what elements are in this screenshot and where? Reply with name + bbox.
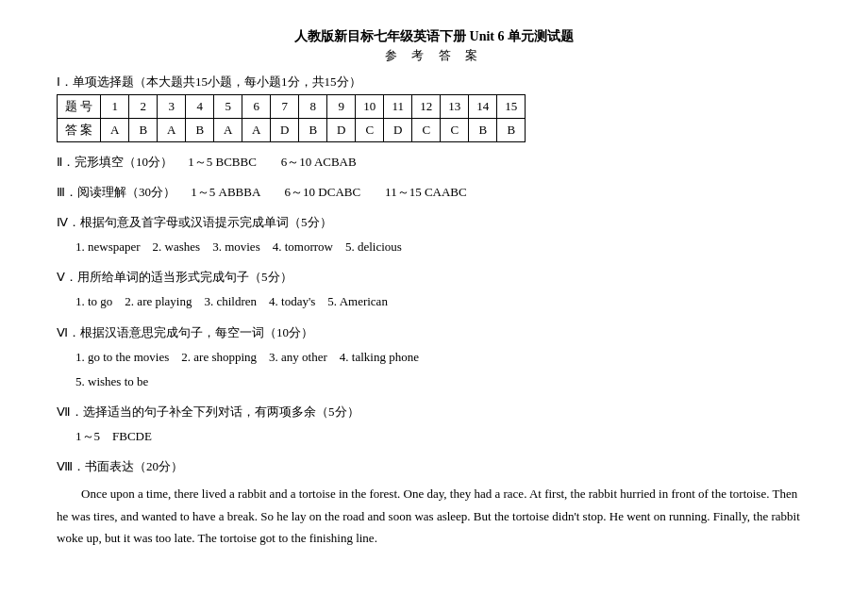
section-2-answers: 1～5 BCBBC 6～10 ACBAB xyxy=(188,155,356,169)
section-6-line-1: 1. go to the movies 2. are shopping 3. a… xyxy=(75,347,811,368)
table-cell: 8 xyxy=(299,95,327,119)
table-cell: 7 xyxy=(271,95,299,119)
section-5-title: Ⅴ．用所给单词的适当形式完成句子（5分） xyxy=(57,267,811,288)
section-6: Ⅵ．根据汉语意思完成句子，每空一词（10分） 1. go to the movi… xyxy=(57,322,811,392)
section-3-label: Ⅲ．阅读理解（30分） xyxy=(57,185,188,199)
table-cell: 题 号 xyxy=(58,95,101,119)
table-cell: 3 xyxy=(158,95,186,119)
section-2-content: Ⅱ．完形填空（10分） 1～5 BCBBC 6～10 ACBAB xyxy=(57,152,811,173)
section-1-title: Ⅰ．单项选择题（本大题共15小题，每小题1分，共15分） xyxy=(57,74,811,91)
section-3-answers: 1～5 ABBBA 6～10 DCABC 11～15 CAABC xyxy=(191,185,466,199)
section-8-title: Ⅷ．书面表达（20分） xyxy=(57,456,811,477)
section-4: Ⅳ．根据句意及首字母或汉语提示完成单词（5分） 1. newspaper 2. … xyxy=(57,212,811,257)
section-6-line-2: 5. wishes to be xyxy=(75,371,811,392)
table-cell: D xyxy=(271,119,299,142)
section-4-answers: 1. newspaper 2. washes 3. movies 4. tomo… xyxy=(75,237,811,257)
table-cell: B xyxy=(497,119,526,142)
title-area: 人教版新目标七年级英语下册 Unit 6 单元测试题 参 考 答 案 xyxy=(57,28,811,64)
table-answer-row: 答 案 A B A B A A D B D C D C C B B xyxy=(58,119,526,142)
table-cell: 11 xyxy=(384,95,412,119)
table-cell: B xyxy=(469,119,497,142)
table-header-row: 题 号 1 2 3 4 5 6 7 8 9 10 11 12 13 14 15 xyxy=(58,95,526,119)
section-4-title: Ⅳ．根据句意及首字母或汉语提示完成单词（5分） xyxy=(57,212,811,233)
page: 人教版新目标七年级英语下册 Unit 6 单元测试题 参 考 答 案 Ⅰ．单项选… xyxy=(0,0,868,594)
table-cell: 1 xyxy=(101,95,129,119)
section-2: Ⅱ．完形填空（10分） 1～5 BCBBC 6～10 ACBAB xyxy=(57,152,811,173)
section-7-answers: 1～5 FBCDE xyxy=(75,426,811,447)
table-cell: B xyxy=(186,119,214,142)
table-cell: D xyxy=(327,119,356,142)
table-cell: 答 案 xyxy=(58,119,101,142)
section-8: Ⅷ．书面表达（20分） Once upon a time, there live… xyxy=(57,456,811,549)
table-cell: 6 xyxy=(242,95,271,119)
section-3: Ⅲ．阅读理解（30分） 1～5 ABBBA 6～10 DCABC 11～15 C… xyxy=(57,182,811,203)
section-1: Ⅰ．单项选择题（本大题共15小题，每小题1分，共15分） 题 号 1 2 3 4… xyxy=(57,74,811,142)
table-cell: A xyxy=(242,119,271,142)
table-cell: D xyxy=(384,119,412,142)
table-cell: B xyxy=(129,119,158,142)
sub-title: 参 考 答 案 xyxy=(57,47,811,64)
table-cell: 14 xyxy=(469,95,497,119)
table-cell: 13 xyxy=(441,95,469,119)
table-cell: C xyxy=(412,119,441,142)
table-cell: 10 xyxy=(356,95,384,119)
section-6-title: Ⅵ．根据汉语意思完成句子，每空一词（10分） xyxy=(57,322,811,343)
section-2-label: Ⅱ．完形填空（10分） xyxy=(57,155,185,169)
table-cell: 4 xyxy=(186,95,214,119)
table-cell: 2 xyxy=(129,95,158,119)
section-5-answers: 1. to go 2. are playing 3. children 4. t… xyxy=(75,291,811,312)
table-cell: 9 xyxy=(327,95,356,119)
table-cell: B xyxy=(299,119,327,142)
table-cell: 15 xyxy=(497,95,526,119)
table-cell: C xyxy=(441,119,469,142)
table-cell: C xyxy=(356,119,384,142)
section-7-title: Ⅶ．选择适当的句子补全下列对话，有两项多余（5分） xyxy=(57,402,811,422)
table-cell: 5 xyxy=(214,95,242,119)
answer-table: 题 号 1 2 3 4 5 6 7 8 9 10 11 12 13 14 15 … xyxy=(57,94,526,142)
table-cell: A xyxy=(158,119,186,142)
table-cell: 12 xyxy=(412,95,441,119)
section-8-essay: Once upon a time, there lived a rabbit a… xyxy=(57,483,811,549)
section-5: Ⅴ．用所给单词的适当形式完成句子（5分） 1. to go 2. are pla… xyxy=(57,267,811,312)
main-title: 人教版新目标七年级英语下册 Unit 6 单元测试题 xyxy=(57,28,811,45)
section-3-content: Ⅲ．阅读理解（30分） 1～5 ABBBA 6～10 DCABC 11～15 C… xyxy=(57,182,811,203)
table-cell: A xyxy=(214,119,242,142)
table-cell: A xyxy=(101,119,129,142)
section-7: Ⅶ．选择适当的句子补全下列对话，有两项多余（5分） 1～5 FBCDE xyxy=(57,402,811,447)
